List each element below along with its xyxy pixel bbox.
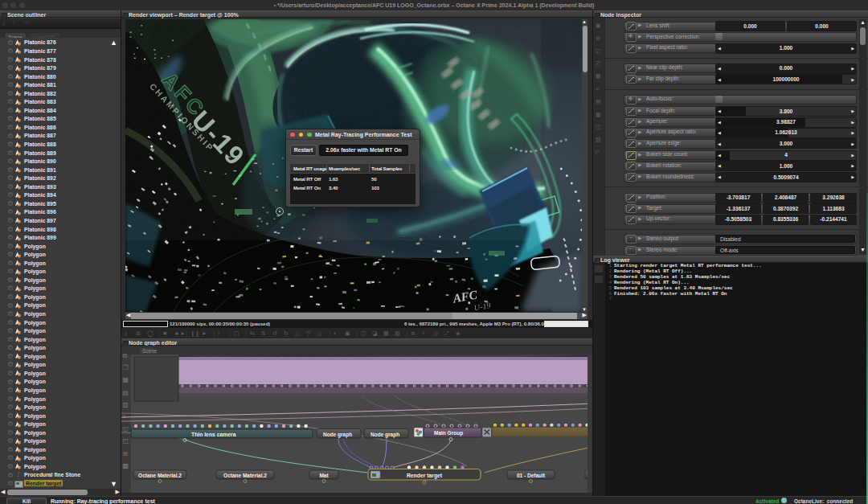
svg-text:Mat: Mat [319, 473, 329, 478]
svg-text:◰: ◰ [123, 437, 129, 445]
svg-text:Main Group: Main Group [434, 430, 463, 436]
svg-text:⧉: ⧉ [123, 352, 128, 359]
svg-text:Octane Material.2: Octane Material.2 [223, 473, 267, 478]
svg-text:Scene: Scene [142, 348, 158, 354]
svg-text:Thin lens camera: Thin lens camera [191, 432, 236, 437]
svg-text:Octane Material.2: Octane Material.2 [138, 473, 182, 478]
svg-text:▤: ▤ [123, 389, 129, 396]
svg-text:Node graph: Node graph [323, 432, 352, 438]
svg-text:❐: ❐ [123, 364, 129, 371]
svg-text:▦: ▦ [123, 376, 129, 383]
svg-text:Render target: Render target [407, 473, 443, 479]
svg-text:▩: ▩ [123, 462, 129, 469]
svg-text:⊞: ⊞ [123, 450, 129, 457]
svg-text:01 - Default: 01 - Default [517, 473, 546, 478]
svg-text:▥: ▥ [123, 401, 129, 408]
svg-text:◱: ◱ [123, 425, 129, 432]
svg-text:Node graph: Node graph [371, 432, 399, 438]
